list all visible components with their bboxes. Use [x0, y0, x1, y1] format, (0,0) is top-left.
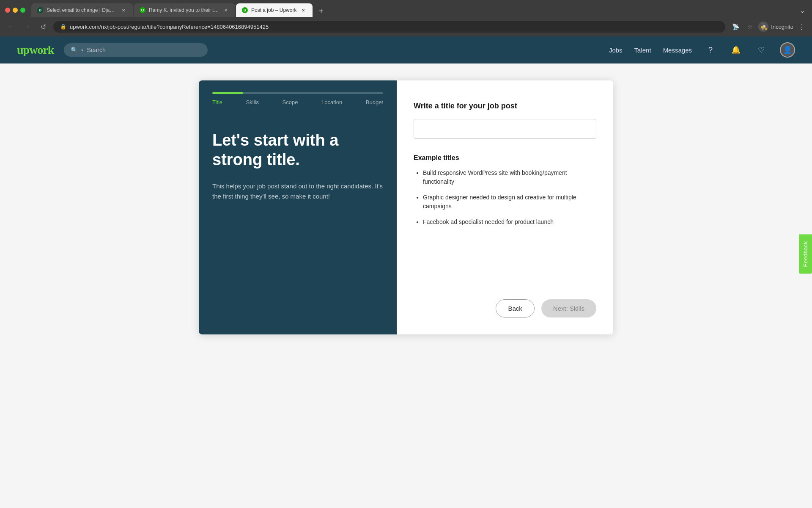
minimize-window-button[interactable]: [13, 8, 18, 13]
feedback-button[interactable]: Feedback: [799, 234, 812, 273]
tab-close-upwork-post[interactable]: ✕: [300, 7, 307, 14]
tab-favicon-upwork-post: U: [242, 7, 248, 13]
left-panel-body: Let's start with a strong title. This he…: [199, 105, 397, 334]
bookmark-icon[interactable]: ☆: [744, 21, 756, 33]
step-label-budget[interactable]: Budget: [366, 99, 383, 105]
cast-icon[interactable]: 📡: [730, 21, 741, 33]
traffic-lights: [5, 8, 25, 13]
browser-tabs: D Select email to change | Djang... ✕ U …: [31, 3, 796, 17]
wishlist-button[interactable]: ♡: [754, 43, 768, 57]
nav-link-jobs[interactable]: Jobs: [609, 47, 623, 54]
step-label-skills[interactable]: Skills: [246, 99, 259, 105]
forward-nav-button[interactable]: →: [21, 21, 33, 33]
tab-title-upwork-post: Post a job – Upwork: [251, 7, 296, 13]
example-titles-label: Example titles: [414, 154, 596, 162]
tab-favicon-upwork-invite: U: [140, 7, 145, 13]
address-url-text: upwork.com/nx/job-post/regular/title?com…: [70, 24, 719, 30]
browser-menu-button[interactable]: ⋮: [796, 20, 807, 33]
search-icon: 🔍: [71, 47, 78, 53]
tab-title-django: Select email to change | Djang...: [47, 7, 117, 13]
browser-tab-upwork-post[interactable]: U Post a job – Upwork ✕: [236, 3, 313, 17]
step-label-location[interactable]: Location: [321, 99, 342, 105]
back-nav-button[interactable]: ←: [5, 21, 17, 33]
tab-expand-button[interactable]: ⌄: [798, 5, 807, 16]
user-avatar-button[interactable]: 👤: [780, 42, 795, 58]
job-title-form-label: Write a title for your job post: [414, 102, 596, 110]
tab-title-upwork-invite: Ramy K. invited you to their te...: [149, 7, 219, 13]
nav-link-talent[interactable]: Talent: [634, 47, 651, 54]
incognito-button[interactable]: 🕵 Incognito: [758, 22, 793, 32]
search-dropdown-arrow-icon: ▾: [81, 48, 83, 52]
left-description: This helps your job post stand out to th…: [212, 181, 383, 202]
search-placeholder-text: Search: [87, 47, 105, 53]
close-window-button[interactable]: [5, 8, 10, 13]
example-title-item-2: Facebook ad specialist needed for produc…: [423, 218, 596, 226]
right-panel: Write a title for your job post Example …: [397, 80, 613, 334]
incognito-label: Incognito: [771, 24, 793, 30]
search-bar[interactable]: 🔍 ▾ Search: [64, 43, 208, 57]
header-nav: Jobs Talent Messages ? 🔔 ♡ 👤: [609, 42, 795, 58]
address-bar[interactable]: 🔒 upwork.com/nx/job-post/regular/title?c…: [53, 21, 725, 33]
job-title-input[interactable]: [414, 119, 596, 139]
browser-chrome: D Select email to change | Djang... ✕ U …: [0, 0, 812, 36]
lock-icon: 🔒: [60, 24, 66, 30]
panel-actions: Back Next: Skills: [414, 299, 596, 318]
page-content: Title Skills Scope Location Budget Let's…: [0, 64, 812, 508]
browser-tab-django[interactable]: D Select email to change | Djang... ✕: [31, 3, 133, 17]
step-label-scope[interactable]: Scope: [283, 99, 298, 105]
browser-tab-upwork-invite[interactable]: U Ramy K. invited you to their te... ✕: [134, 3, 235, 17]
address-bar-actions: 📡 ☆ 🕵 Incognito ⋮: [730, 20, 807, 33]
new-tab-button[interactable]: +: [315, 5, 327, 17]
progress-bar-fill: [212, 92, 243, 94]
job-post-container: Title Skills Scope Location Budget Let's…: [199, 80, 613, 334]
upwork-logo[interactable]: upwork: [17, 43, 54, 57]
progress-bar-track: [212, 92, 383, 94]
progress-steps: Title Skills Scope Location Budget: [199, 80, 397, 105]
left-panel: Title Skills Scope Location Budget Let's…: [199, 80, 397, 334]
maximize-window-button[interactable]: [20, 8, 25, 13]
back-button[interactable]: Back: [496, 299, 534, 318]
tab-bar: D Select email to change | Djang... ✕ U …: [0, 0, 812, 17]
example-title-item-0: Build responsive WordPress site with boo…: [423, 168, 596, 186]
tab-favicon-django: D: [37, 7, 43, 13]
example-titles-list: Build responsive WordPress site with boo…: [414, 168, 596, 226]
tab-close-upwork-invite[interactable]: ✕: [222, 7, 229, 14]
upwork-header: upwork 🔍 ▾ Search Jobs Talent Messages ?…: [0, 36, 812, 64]
left-headline: Let's start with a strong title.: [212, 131, 383, 169]
tab-close-django[interactable]: ✕: [120, 7, 127, 14]
nav-link-messages[interactable]: Messages: [663, 47, 692, 54]
next-skills-button[interactable]: Next: Skills: [541, 299, 596, 318]
incognito-icon: 🕵: [758, 22, 768, 32]
example-title-item-1: Graphic designer needed to design ad cre…: [423, 193, 596, 211]
notifications-button[interactable]: 🔔: [729, 43, 743, 57]
reload-nav-button[interactable]: ↺: [37, 21, 49, 33]
steps-labels: Title Skills Scope Location Budget: [212, 99, 383, 105]
help-button[interactable]: ?: [704, 43, 717, 57]
step-label-title[interactable]: Title: [212, 99, 222, 105]
address-bar-row: ← → ↺ 🔒 upwork.com/nx/job-post/regular/t…: [0, 17, 812, 36]
right-panel-spacer: [414, 226, 596, 282]
